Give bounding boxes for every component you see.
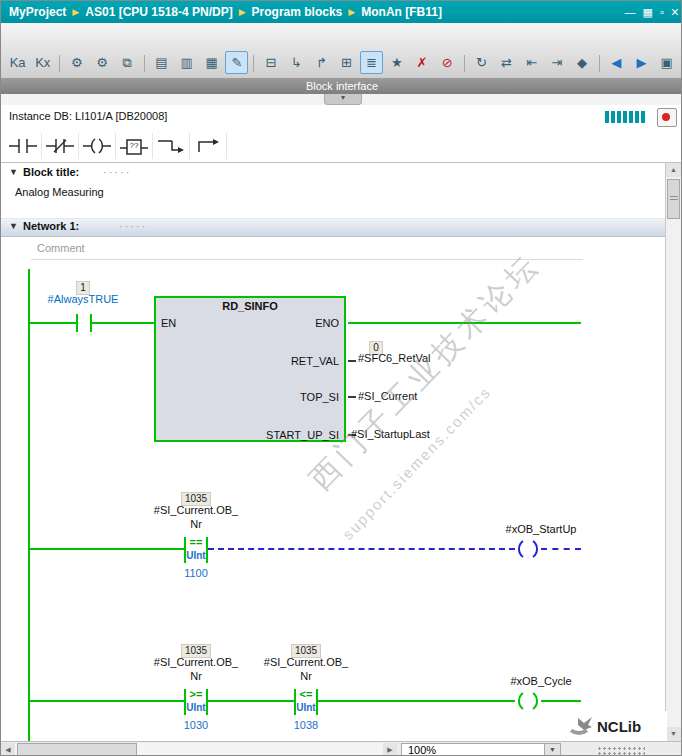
pin-en: EN [161, 317, 176, 329]
editor-toolbar: Ka Kx ⚙ ⚙ ⧉ ▤ ▥ ▦ ✎ ⊟ ↳ ↱ ⊞ ≣ ★ ✗ ⊘ ↻ ⇄ … [1, 23, 682, 79]
operand-retval[interactable]: #SFC6_RetVal [358, 352, 431, 364]
breadcrumb-block[interactable]: MonAn [FB11] [361, 5, 442, 19]
diagnostics-led-icon[interactable] [657, 108, 677, 127]
insert-network-icon[interactable]: ⊞ [335, 51, 358, 74]
wire-dashed [541, 548, 581, 550]
rd-sinfo-block[interactable]: RD_SINFO EN ENO RET_VAL TOP_SI START_UP_… [154, 296, 346, 442]
nclib-logo-text: NCLib [597, 718, 641, 735]
float-icon[interactable]: ▫ [660, 1, 664, 23]
absolute-operands-icon[interactable]: Ka [6, 51, 29, 74]
wire [348, 322, 581, 324]
previous-error-icon[interactable]: ⇤ [520, 51, 543, 74]
open-branch-icon[interactable]: ↳ [285, 51, 308, 74]
pin-ret-val: RET_VAL [291, 355, 339, 367]
operand-top-si[interactable]: #SI_Current [358, 390, 417, 402]
split-editor-icon[interactable]: ▣ [655, 51, 678, 74]
operand-si-current-ob-nr[interactable]: #SI_Current.OB_ [148, 504, 244, 516]
tag-settings-icon[interactable]: ⚙ [65, 51, 88, 74]
block-interface-splitter[interactable]: Block interface [1, 79, 682, 94]
update-calls-icon[interactable]: ↻ [470, 51, 493, 74]
favorites-star-icon[interactable]: ★ [385, 51, 408, 74]
favorite-close-branch-icon[interactable] [190, 133, 227, 159]
scroll-down-icon[interactable]: ▼ [666, 727, 681, 741]
compare-op-eq[interactable]: == [184, 536, 208, 548]
nclib-bird-icon [567, 715, 593, 737]
navigate-forward-icon[interactable]: ▶ [630, 51, 653, 74]
operand-si-current-ob-nr-wrap[interactable]: Nr [258, 670, 354, 682]
compare-value-1030[interactable]: 1030 [172, 719, 220, 731]
scroll-up-icon[interactable]: ▲ [666, 163, 681, 177]
contact-bar[interactable] [76, 314, 78, 332]
nclib-logo: NCLib [567, 711, 667, 741]
block-settings-icon[interactable]: ⚙ [90, 51, 113, 74]
breadcrumb-station[interactable]: AS01 [CPU 1518-4 PN/DP] [85, 5, 232, 19]
svg-text:??: ?? [130, 141, 139, 150]
operand-xob-startup[interactable]: #xOB_StartUp [497, 523, 585, 535]
instance-db-row: Instance DB: LI101/A [DB20008] [1, 105, 682, 130]
pin-top-si: TOP_SI [300, 391, 339, 403]
minimize-icon[interactable]: — [625, 1, 636, 23]
status-bar: ◀ ▶ 100% ▼ [1, 741, 682, 756]
compare-value-1038[interactable]: 1038 [282, 719, 330, 731]
coil-xob-startup[interactable] [515, 539, 541, 563]
favorite-nc-contact-icon[interactable] [42, 133, 79, 159]
favorites-toggle-icon[interactable]: ≣ [360, 51, 383, 74]
operand-alwaystrue[interactable]: #AlwaysTRUE [41, 293, 125, 305]
insert-box-icon[interactable]: ⊟ [259, 51, 282, 74]
horizontal-scroll-thumb[interactable] [17, 743, 137, 756]
favorite-empty-box-icon[interactable]: ?? [116, 133, 153, 159]
vertical-scrollbar[interactable]: ▲ ▼ [665, 163, 681, 741]
compare-op-ge[interactable]: >= [184, 688, 208, 700]
ladder-canvas: 1 #AlwaysTRUE RD_SINFO EN ENO RET_VAL TO… [1, 163, 667, 741]
toolbar-separator [59, 55, 60, 72]
zoom-select[interactable]: 100% ▼ [401, 743, 561, 756]
favorite-no-contact-icon[interactable] [5, 133, 42, 159]
statement-list-icon[interactable]: ▥ [175, 51, 198, 74]
coil-xob-cycle[interactable] [515, 691, 541, 715]
operand-si-current-ob-nr[interactable]: #SI_Current.OB_ [258, 656, 354, 668]
copy-path-icon[interactable]: ⧉ [116, 51, 139, 74]
horizontal-scrollbar[interactable] [15, 743, 383, 756]
compare-dtype[interactable]: UInt [294, 702, 318, 713]
grid-view-icon[interactable]: ▦ [200, 51, 223, 74]
chevron-down-icon[interactable]: ▼ [544, 744, 560, 755]
delete-error-icon[interactable]: ✗ [410, 51, 433, 74]
breadcrumb-project[interactable]: MyProject [9, 5, 66, 19]
toolbar-separator [464, 55, 465, 72]
navigate-back-icon[interactable]: ◀ [605, 51, 628, 74]
operand-xob-cycle[interactable]: #xOB_Cycle [501, 675, 581, 687]
comment-toggle-icon[interactable]: ✎ [225, 51, 248, 74]
vertical-scroll-thumb[interactable] [667, 179, 680, 219]
close-icon[interactable]: × [671, 1, 679, 23]
favorite-coil-icon[interactable] [79, 133, 116, 159]
pin-stub [348, 396, 356, 398]
operand-si-current-ob-nr-wrap[interactable]: Nr [148, 670, 244, 682]
panels-icon[interactable]: ▦ [643, 1, 653, 23]
scroll-right-icon[interactable]: ▶ [383, 743, 397, 756]
favorite-open-branch-icon[interactable] [153, 133, 190, 159]
wire-dashed [208, 548, 515, 550]
operand-si-current-ob-nr-wrap[interactable]: Nr [148, 518, 244, 530]
close-branch-icon[interactable]: ↱ [310, 51, 333, 74]
scroll-left-icon[interactable]: ◀ [1, 743, 15, 756]
rewire-icon[interactable]: ⇄ [495, 51, 518, 74]
disable-eno-icon[interactable]: ⊘ [436, 51, 459, 74]
compare-value-1100[interactable]: 1100 [172, 567, 220, 579]
resize-grip[interactable] [597, 746, 645, 755]
symbolic-operands-icon[interactable]: Kx [31, 51, 54, 74]
wire [208, 700, 294, 702]
operand-start-up-si[interactable]: #SI_StartupLast [351, 428, 430, 440]
wire [29, 322, 76, 324]
chevron-down-icon[interactable]: ▾ [324, 94, 362, 105]
wire [92, 322, 154, 324]
compare-op-le[interactable]: <= [294, 688, 318, 700]
compare-dtype[interactable]: UInt [184, 550, 208, 561]
breadcrumb-program-blocks[interactable]: Program blocks [252, 5, 343, 19]
wire [29, 548, 184, 550]
compare-dtype[interactable]: UInt [184, 702, 208, 713]
breakpoint-icon[interactable]: ◆ [570, 51, 593, 74]
next-error-icon[interactable]: ⇥ [545, 51, 568, 74]
toolbar-separator [144, 55, 145, 72]
network-sequence-icon[interactable]: ▤ [150, 51, 173, 74]
operand-si-current-ob-nr[interactable]: #SI_Current.OB_ [148, 656, 244, 668]
